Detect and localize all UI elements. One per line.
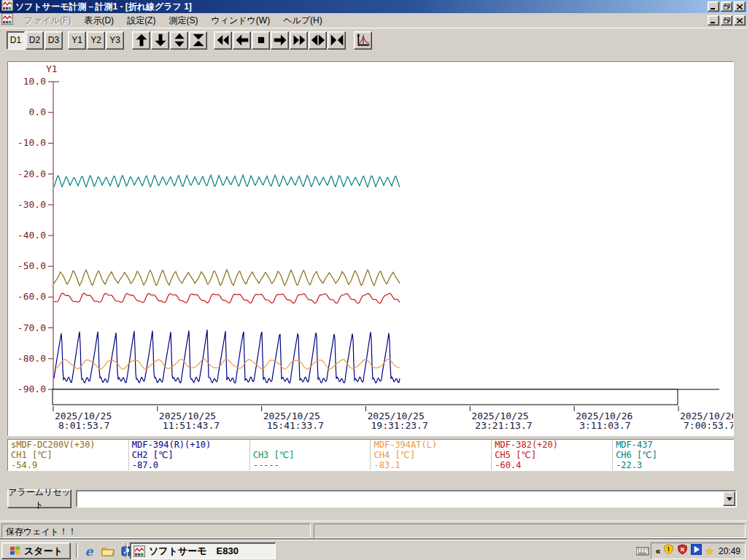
- compress-y-button[interactable]: [189, 31, 207, 50]
- window-title: ソフトサーモ計測－計測1 - [折れ線グラフ 1]: [13, 1, 706, 13]
- restore-button[interactable]: [721, 1, 732, 12]
- arrow-left-icon: [235, 33, 249, 47]
- document-icon[interactable]: [1, 13, 13, 28]
- menu-bar: ファイル(F)表示(D)設定(Z)測定(S)ウィンドウ(W)ヘルプ(H): [0, 13, 747, 28]
- title-bar: ソフトサーモ計測－計測1 - [折れ線グラフ 1]: [0, 0, 747, 13]
- line-graph: Y110.00.0-10.0-20.0-30.0-40.0-50.0-60.0-…: [8, 62, 733, 435]
- menu-表示(D)[interactable]: 表示(D): [77, 13, 120, 28]
- double-left-icon: [216, 33, 231, 47]
- channel-value: -22.3: [616, 460, 730, 470]
- y-tick-label: -80.0: [18, 353, 46, 364]
- close-button[interactable]: [734, 1, 746, 12]
- child-restore-button[interactable]: [721, 15, 732, 26]
- taskbar-clock: 20:49: [717, 546, 740, 556]
- internet-explorer-icon[interactable]: e: [82, 544, 96, 559]
- x-tick-time: 7:00:53.7: [684, 420, 733, 431]
- toolbar: D1 D2 D3 Y1 Y2 Y3: [0, 28, 747, 52]
- app-task-button[interactable]: ソフトサーモ E830: [130, 542, 276, 559]
- y-tick-label: -20.0: [18, 168, 46, 179]
- start-label: スタート: [24, 545, 63, 558]
- y-axis-1-button[interactable]: Y1: [68, 31, 86, 50]
- channel-label: CH4 [℃]: [374, 450, 488, 460]
- tray-collapse-chevron[interactable]: «: [656, 546, 661, 556]
- menu-測定(S)[interactable]: 測定(S): [162, 13, 204, 28]
- y-tick-label: -70.0: [18, 322, 46, 333]
- display-3-button[interactable]: D3: [44, 31, 63, 50]
- y-tick-label: 0.0: [29, 106, 46, 117]
- channel-label: CH3 [℃]: [253, 450, 368, 460]
- y-tick-label: -90.0: [18, 384, 46, 394]
- y-tick-label: -60.0: [18, 291, 46, 302]
- alarm-dropdown-button[interactable]: [723, 491, 735, 506]
- menu-ヘルプ(H)[interactable]: ヘルプ(H): [276, 13, 329, 28]
- start-button[interactable]: スタート: [1, 542, 71, 559]
- channel-label: CH5 [℃]: [495, 450, 609, 460]
- y-tick-label: 10.0: [23, 76, 46, 87]
- series-CH1: [54, 270, 400, 286]
- security-alert-icon[interactable]: [677, 544, 688, 558]
- app-task-label: ソフトサーモ E830: [149, 545, 239, 558]
- double-right-icon: [292, 33, 306, 47]
- display-1-button[interactable]: D1: [7, 31, 25, 50]
- legend-cell-CH1: sMDF-DC200V(+30)CH1 [℃]-54.9: [8, 440, 129, 470]
- stop-square-icon: [254, 33, 268, 47]
- menu-設定(Z)[interactable]: 設定(Z): [120, 13, 162, 28]
- fast-rewind-button[interactable]: [214, 31, 232, 50]
- channel-legend: sMDF-DC200V(+30)CH1 [℃]-54.9MDF-394(R)(+…: [7, 439, 734, 471]
- child-close-button[interactable]: [734, 15, 746, 26]
- display-2-button[interactable]: D2: [26, 31, 44, 50]
- status-bar: 保存ウェイト！！: [0, 521, 747, 538]
- keyboard-layout-icon[interactable]: [636, 545, 649, 559]
- stop-button[interactable]: [252, 31, 270, 50]
- y-axis-2-button[interactable]: Y2: [87, 31, 105, 50]
- y-axis-3-button[interactable]: Y3: [106, 31, 124, 50]
- status-panel-2: [314, 524, 746, 538]
- series-CH2: [54, 330, 400, 383]
- line-graph-panel: Y110.00.0-10.0-20.0-30.0-40.0-50.0-60.0-…: [7, 61, 734, 436]
- compress-x-button[interactable]: [328, 31, 346, 50]
- time-range-box[interactable]: [53, 389, 678, 405]
- compress-horizontal-icon: [330, 33, 344, 47]
- arrow-down-icon: [153, 33, 168, 47]
- app-icon: [133, 545, 145, 557]
- media-player-tray-icon[interactable]: [691, 544, 702, 558]
- security-warning-icon[interactable]: !: [663, 544, 674, 558]
- alarm-reset-button[interactable]: アラームリセット: [7, 489, 71, 508]
- pan-down-button[interactable]: [151, 31, 169, 50]
- y-axis-title: Y1: [46, 63, 58, 74]
- sensor-name: MDF-382(+20): [495, 440, 609, 450]
- fast-forward-button[interactable]: [290, 31, 308, 50]
- legend-cell-CH5: MDF-382(+20)CH5 [℃]-60.4: [492, 440, 613, 470]
- graph-icon: [356, 33, 371, 47]
- series-CH6: [54, 175, 400, 187]
- alarm-dropdown[interactable]: [76, 490, 737, 508]
- x-tick-time: 11:51:43.7: [163, 420, 220, 431]
- pan-up-button[interactable]: [132, 31, 150, 50]
- expand-y-button[interactable]: [170, 31, 188, 50]
- favorites-tray-icon[interactable]: ★: [705, 545, 714, 557]
- step-right-button[interactable]: [271, 31, 289, 50]
- child-minimize-button[interactable]: [708, 15, 719, 26]
- x-tick-time: 3:11:03.7: [579, 420, 630, 431]
- chevron-down-icon: [727, 497, 732, 501]
- sensor-name: MDF-394(R)(+10): [132, 440, 247, 450]
- arrow-right-icon: [273, 33, 287, 47]
- arrow-up-icon: [134, 33, 149, 47]
- x-tick-time: 15:41:33.7: [267, 420, 324, 431]
- expand-x-button[interactable]: [309, 31, 327, 50]
- y-tick-label: -10.0: [18, 137, 46, 148]
- y-tick-label: -50.0: [18, 260, 46, 271]
- alarm-dropdown-value: [77, 491, 723, 506]
- menu-ウィンドウ(W)[interactable]: ウィンドウ(W): [204, 13, 276, 28]
- legend-cell-CH3: CH3 [℃]-----: [250, 440, 371, 470]
- desktop: { "window": { "title": "ソフトサーモ計測－計測1 - […: [0, 0, 747, 560]
- taskbar: スタート e ソフトサーモ E830 «: [0, 540, 747, 560]
- minimize-button[interactable]: [708, 1, 719, 12]
- svg-text:!: !: [668, 545, 670, 553]
- x-tick-time: 8:01:53.7: [58, 420, 109, 431]
- taskbar-separator: [76, 543, 78, 558]
- graph-settings-button[interactable]: [354, 31, 372, 50]
- sensor-name: [253, 440, 368, 450]
- show-desktop-icon[interactable]: [101, 544, 115, 559]
- step-left-button[interactable]: [233, 31, 251, 50]
